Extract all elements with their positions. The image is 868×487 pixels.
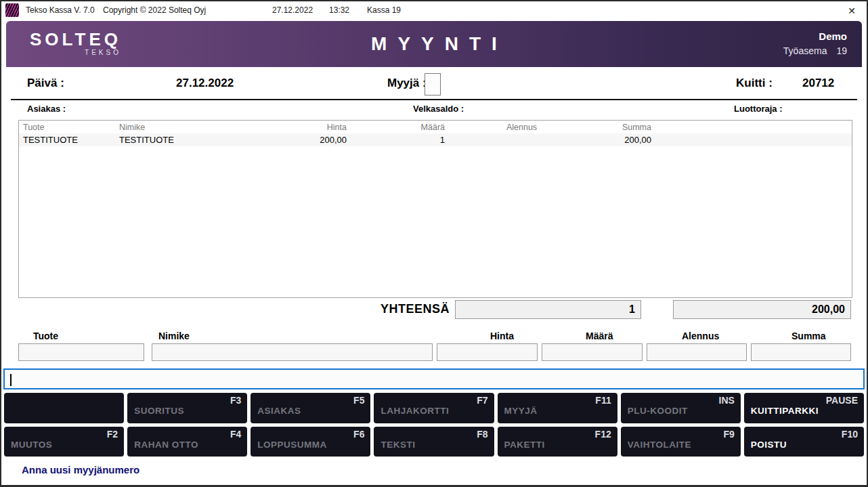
col-header-tuote: Tuote [19,123,115,132]
button-key: F10 [842,429,858,440]
button-label: LOPPUSUMMA [257,440,327,450]
muutos-button[interactable]: F2 MUUTOS [4,427,124,457]
button-key: F7 [477,395,487,406]
plu-koodit-button[interactable]: INS PLU-KOODIT [621,393,741,423]
button-label: PAKETTI [504,440,545,450]
entry-label-hinta: Hinta [490,331,514,341]
alennus-input[interactable] [647,343,747,361]
button-label: RAHAN OTTO [134,440,198,450]
asiakas-button[interactable]: F5 ASIAKAS [251,393,370,423]
button-key: INS [719,395,735,406]
nimike-input[interactable] [152,343,433,361]
total-sum: 200,00 [673,300,851,319]
entry-label-summa: Summa [791,331,826,341]
app-icon [5,3,19,17]
entry-label-nimike: Nimike [158,331,190,341]
status-message: Anna uusi myyjänumero [22,464,139,475]
credit-label: Luottoraja : [734,104,783,114]
col-header-summa: Summa [594,123,655,132]
workstation-label: Työasema [783,45,827,56]
command-input[interactable] [3,368,865,389]
col-header-alennus: Alennus [449,123,594,132]
titlebar-time: 13:32 [329,5,349,15]
entry-label-tuote: Tuote [33,331,58,341]
col-header-hinta: Hinta [242,123,351,132]
poistu-button[interactable]: F10 POISTU [744,427,864,457]
button-key: PAUSE [826,395,858,406]
total-label: YHTEENSÄ [367,302,450,316]
hinta-input[interactable] [437,343,538,361]
divider-line [11,99,857,100]
button-label: POISTU [751,440,787,450]
button-label: TEKSTI [381,440,415,450]
button-key: F11 [595,395,611,406]
receipt-label: Kuitti : [736,77,773,90]
receipt-number: 20712 [802,77,834,90]
button-key: F5 [353,395,364,406]
teksti-button[interactable]: F8 TEKSTI [374,427,494,457]
entry-label-maara: Määrä [586,331,613,341]
loppusumma-button[interactable]: F6 LOPPUSUMMA [251,427,370,457]
cell-summa: 200,00 [594,135,655,145]
cell-tuote: TESTITUOTE [19,135,115,145]
lahjakortti-button[interactable]: F7 LAHJAKORTTI [374,393,494,423]
button-key: F12 [595,429,611,440]
tuote-input[interactable] [18,343,144,361]
titlebar-register: Kassa 19 [367,5,401,15]
myyja-button[interactable]: F11 MYYJÄ [498,393,617,423]
suoritus-button[interactable]: F3 SUORITUS [127,393,247,423]
button-label: KUITTIPARKKI [751,406,819,416]
button-key: F9 [724,429,735,440]
titlebar-date: 27.12.2022 [272,5,313,15]
cell-hinta: 200,00 [242,135,351,145]
button-label: MYYJÄ [504,406,538,416]
seller-label: Myyjä : [387,77,427,90]
button-key: F6 [353,429,364,440]
blank-button[interactable] [4,393,124,423]
workstation-value: 19 [836,45,847,56]
button-label: ASIAKAS [257,406,301,416]
button-label: PLU-KOODIT [628,406,688,416]
items-table-header: Tuote Nimike Hinta Määrä Alennus Summa [19,121,852,133]
button-label: VAIHTOLAITE [628,440,691,450]
button-label: SUORITUS [134,406,184,416]
workstation-info: Työasema19 [783,45,847,56]
debt-label: Velkasaldo : [413,104,464,114]
date-label: Päivä : [27,77,64,90]
total-quantity: 1 [455,300,641,319]
button-label: LAHJAKORTTI [381,406,449,416]
customer-label: Asiakas : [27,104,66,114]
seller-input[interactable] [425,73,441,96]
entry-label-alennus: Alennus [682,331,719,341]
mode-label: Demo [783,30,847,42]
button-key: F2 [107,429,118,440]
app-title: Tekso Kassa V. 7.0 [26,5,95,15]
button-key: F8 [477,429,487,440]
cell-nimike: TESTITUOTE [115,135,242,145]
col-header-maara: Määrä [351,123,449,132]
button-key: F4 [230,429,241,440]
col-header-nimike: Nimike [115,123,242,132]
table-row[interactable]: TESTITUOTE TESTITUOTE 200,00 1 200,00 [19,133,852,146]
paketti-button[interactable]: F12 PAKETTI [498,427,617,457]
maara-input[interactable] [542,343,643,361]
date-value: 27.12.2022 [176,77,234,90]
page-title: MYYNTI [6,33,862,55]
rahan-otto-button[interactable]: F4 RAHAN OTTO [127,427,247,457]
text-caret [10,374,12,386]
vaihtolaite-button[interactable]: F9 VAIHTOLAITE [621,427,741,457]
summa-input[interactable] [751,343,851,361]
button-label: MUUTOS [11,440,52,450]
button-key: F3 [230,395,241,406]
app-window: Tekso Kassa V. 7.0 Copyright © 2022 Solt… [0,0,868,487]
header-banner: SOLTEQ TEKSO MYYNTI Demo Työasema19 [6,21,862,67]
titlebar: Tekso Kassa V. 7.0 Copyright © 2022 Solt… [1,1,867,20]
kuittiparkki-button[interactable]: PAUSE KUITTIPARKKI [744,393,864,423]
cell-maara: 1 [351,135,449,145]
close-icon[interactable]: ✕ [845,4,859,18]
function-button-grid: F3 SUORITUS F5 ASIAKAS F7 LAHJAKORTTI F1… [4,393,864,457]
copyright-text: Copyright © 2022 Solteq Oyj [103,5,206,15]
items-table: Tuote Nimike Hinta Määrä Alennus Summa T… [18,120,852,298]
